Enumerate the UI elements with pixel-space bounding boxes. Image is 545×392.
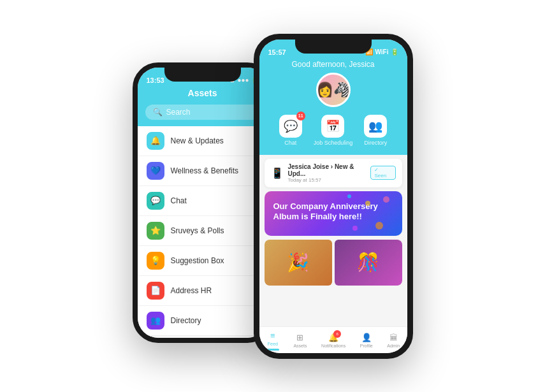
quick-actions: 💬 11 Chat 📅 Job Scheduling 👥 Directory <box>279 115 388 146</box>
menu-label: Chat <box>171 196 187 205</box>
right-nav-label: Assets <box>293 344 307 348</box>
menu-label: Address HR <box>171 286 212 295</box>
menu-icon: 🔔 <box>147 132 164 150</box>
qa-icon-wrap: 💬 11 <box>279 115 302 138</box>
left-header: Assets <box>138 85 268 105</box>
right-nav-notifications[interactable]: 🔔 6 Notifications <box>321 333 345 348</box>
menu-icon: 📄 <box>147 282 164 300</box>
anniversary-banner[interactable]: Our Company Anniversery Album is Finally… <box>265 191 402 236</box>
qa-icon-wrap: 📅 <box>321 115 344 138</box>
right-nav-icon: ⊞ <box>296 333 303 342</box>
left-time: 13:53 <box>147 76 164 84</box>
profile-section: Good afternoon, Jessica 👩‍🦓 💬 11 Chat 📅 … <box>259 57 407 155</box>
menu-label: Wellness & Benefits <box>171 166 239 175</box>
quick-action-job-scheduling[interactable]: 📅 Job Scheduling <box>314 115 353 146</box>
search-input[interactable]: 🔍 Search <box>145 105 260 120</box>
qa-label: Chat <box>284 140 296 146</box>
qa-label: Directory <box>364 140 387 146</box>
right-status-icons: 📶 WiFi 🔋 <box>365 48 398 55</box>
menu-icon: 💬 <box>147 192 164 210</box>
qa-label: Job Scheduling <box>314 140 353 146</box>
menu-icon: 💙 <box>147 162 164 180</box>
phone-right: 15:57 📶 WiFi 🔋 Good afternoon, Jessica 👩… <box>254 34 413 359</box>
banner-title: Our Company Anniversery Album is Finally… <box>273 201 393 223</box>
qa-icon: 📅 <box>326 119 340 133</box>
right-nav-feed[interactable]: ≡ Feed <box>266 331 279 351</box>
right-nav-label: Notifications <box>321 344 345 348</box>
menu-label: Directory <box>171 316 201 325</box>
right-bottom-nav: ≡ Feed ⊞ Assets 🔔 6 Notifications 👤 Prof… <box>259 326 407 353</box>
post-header[interactable]: 📱 Jessica Joise › New & Upd... Today at … <box>265 159 402 187</box>
right-nav-badge: 6 <box>333 330 341 338</box>
right-nav-label: Profile <box>360 344 373 348</box>
search-bar: 🔍 Search <box>138 105 268 126</box>
post-title: Jessica Joise › New & Upd... <box>288 163 371 177</box>
nav-underline <box>266 349 279 351</box>
right-nav-assets[interactable]: ⊞ Assets <box>293 333 307 348</box>
menu-icon: 💡 <box>147 252 164 270</box>
menu-icon: ⭐ <box>147 222 164 240</box>
right-nav-icon: 👤 <box>361 333 372 342</box>
feed-content: 📱 Jessica Joise › New & Upd... Today at … <box>259 155 407 326</box>
menu-list: 🔔 New & Updates 💙 Wellness & Benefits 💬 … <box>138 126 268 336</box>
avatar: 👩‍🦓 <box>316 73 351 107</box>
phone-left-notch <box>164 68 241 82</box>
photo-2: 🎊 <box>335 240 402 286</box>
qa-icon: 👥 <box>368 119 382 133</box>
menu-item-address-hr[interactable]: 📄 Address HR <box>138 276 268 306</box>
qa-badge: 11 <box>296 112 305 120</box>
right-nav-icon: 🏛 <box>389 333 398 342</box>
right-nav-label: Admin <box>387 344 400 348</box>
search-icon: 🔍 <box>153 108 163 117</box>
post-seen-badge: ✓ Seen <box>370 166 395 180</box>
qa-icon: 💬 <box>284 119 298 133</box>
photos-row: 🎉 🎊 <box>265 240 402 286</box>
right-time: 15:57 <box>268 48 286 56</box>
right-nav-admin[interactable]: 🏛 Admin <box>387 333 400 348</box>
right-header: Good afternoon, Jessica <box>259 57 407 73</box>
menu-item-new-&-updates[interactable]: 🔔 New & Updates <box>138 126 268 156</box>
post-time: Today at 15:57 <box>288 177 371 183</box>
menu-item-wellness-&-benefits[interactable]: 💙 Wellness & Benefits <box>138 156 268 186</box>
menu-icon: 👥 <box>147 312 164 330</box>
right-nav-label: Feed <box>268 342 278 346</box>
quick-action-chat[interactable]: 💬 11 Chat <box>279 115 302 146</box>
qa-icon-wrap: 👥 <box>364 115 387 138</box>
phone-left: 13:53 ▲ ●●● 🔋 Assets 🔍 Search 🔔 New & Up… <box>133 62 273 343</box>
scene: 13:53 ▲ ●●● 🔋 Assets 🔍 Search 🔔 New & Up… <box>0 0 545 392</box>
menu-label: New & Updates <box>171 136 224 145</box>
photo-1: 🎉 <box>265 240 332 286</box>
menu-item-chat[interactable]: 💬 Chat <box>138 186 268 216</box>
post-device-icon: 📱 <box>271 167 284 179</box>
menu-label: Sruveys & Polls <box>171 226 224 235</box>
menu-item-sruveys-&-polls[interactable]: ⭐ Sruveys & Polls <box>138 216 268 246</box>
right-nav-icon: ≡ <box>270 331 275 340</box>
menu-item-directory[interactable]: 👥 Directory <box>138 306 268 336</box>
menu-item-suggestion-box[interactable]: 💡 Suggestion Box <box>138 246 268 276</box>
phone-right-notch <box>295 40 372 54</box>
right-nav-profile[interactable]: 👤 Profile <box>360 333 373 348</box>
quick-action-directory[interactable]: 👥 Directory <box>364 115 387 146</box>
menu-label: Suggestion Box <box>171 256 224 265</box>
left-bottom-nav: ≡ Feed ⊞ Assets 🔔 14 Notifications 👤 Pro… <box>138 336 268 338</box>
